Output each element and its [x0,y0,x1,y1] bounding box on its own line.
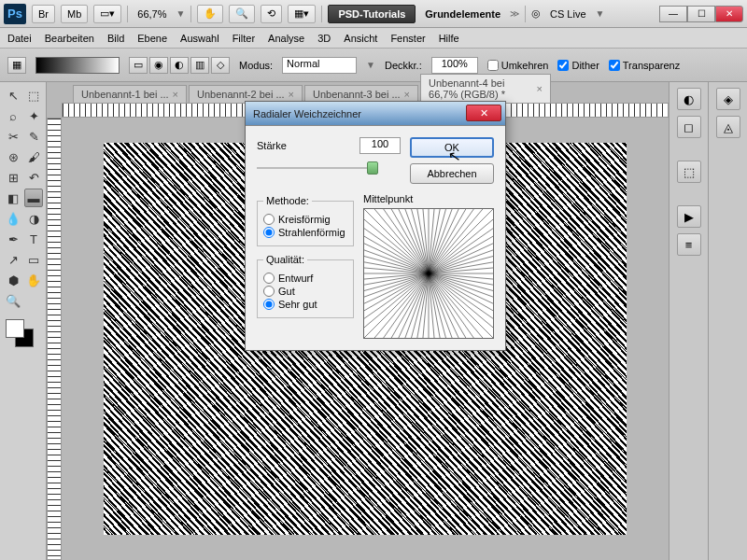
modus-select[interactable]: Normal [282,57,357,74]
svg-line-64 [429,215,493,273]
arrange-docs-button[interactable]: ▦▾ [288,5,316,23]
amount-slider[interactable] [257,160,378,176]
gradient-tool[interactable]: ▬ [24,189,43,207]
cslive-icon: ◎ [531,7,541,20]
menu-bearbeiten[interactable]: Bearbeiten [45,33,94,44]
reflected-gradient-icon[interactable]: ▥ [190,57,209,74]
svg-line-26 [370,273,429,338]
stamp-tool[interactable]: ⊞ [4,168,22,187]
svg-line-62 [429,209,487,273]
menu-hilfe[interactable]: Hilfe [439,33,459,44]
pen-tool[interactable]: ✒ [4,230,22,248]
radial-gradient-icon[interactable]: ◉ [149,57,168,74]
rotate-view-shortcut[interactable]: ⟲ [261,5,282,23]
3d-tool[interactable]: ⬢ [4,271,22,289]
amount-input[interactable]: 100 [359,137,401,154]
move-tool[interactable]: ↖ [4,86,22,105]
adjustments-panel-icon[interactable]: ◻ [677,116,701,138]
dialog-close-button[interactable]: ✕ [466,105,501,121]
eyedropper-tool[interactable]: ✎ [24,127,43,146]
zoom-tool-shortcut[interactable]: 🔍 [229,5,255,23]
opacity-input[interactable]: 100% [431,57,478,74]
linear-gradient-icon[interactable]: ▭ [129,57,148,74]
wand-tool[interactable]: ✦ [24,106,43,125]
toolbox: ↖ ⬚ ⌕ ✦ ✂ ✎ ⊛ 🖌 ⊞ ↶ ◧ ▬ 💧 ◑ ✒ T ↗ ▭ ⬢ ✋ … [0,82,47,560]
svg-line-44 [364,215,429,273]
menu-analyse[interactable]: Analyse [268,33,304,44]
modus-label: Modus: [239,60,273,71]
menu-auswahl[interactable]: Auswahl [180,33,219,44]
ok-button[interactable]: OK [410,137,494,158]
gradient-preview[interactable] [35,57,120,74]
menu-filter[interactable]: Filter [233,33,255,44]
tab-close-icon[interactable]: × [173,89,178,100]
swatches-panel-icon[interactable]: ◈ [716,88,740,110]
color-panel-icon[interactable]: ◐ [677,88,701,110]
tab-close-icon[interactable]: × [537,83,543,94]
quality-group: Qualität: Entwurf Gut Sehr gut [257,254,354,318]
color-swatches[interactable] [4,317,43,351]
menu-3d[interactable]: 3D [317,33,331,44]
quality-option-1[interactable]: Gut [263,286,347,297]
method-option-0[interactable]: Kreisförmig [263,214,347,225]
heal-tool[interactable]: ⊛ [4,147,22,166]
tool-preset-picker[interactable]: ▦ [7,57,26,74]
history-brush-tool[interactable]: ↶ [24,168,43,187]
quality-option-0[interactable]: Entwurf [263,273,347,284]
crop-tool[interactable]: ✂ [4,127,22,146]
dialog-title: Radialer Weichzeichner [253,108,361,119]
doctab-3[interactable]: Unbenannt-4 bei 66,7% (RGB/8) *× [420,74,551,103]
dither-checkbox[interactable]: Dither [557,60,599,71]
diamond-gradient-icon[interactable]: ◇ [211,57,230,74]
path-select-tool[interactable]: ↗ [4,250,22,269]
options-bar: ▦ ▭ ◉ ◐ ▥ ◇ Modus: Normal▼ Deckkr.: 100%… [0,49,747,82]
minibridge-button[interactable]: Mb [61,5,88,23]
menu-ebene[interactable]: Ebene [137,33,167,44]
zoom-tool[interactable]: 🔍 [4,291,22,310]
cancel-button[interactable]: Abbrechen [410,163,494,184]
actions-panel-icon[interactable]: ▶ [677,205,701,228]
workspace-name[interactable]: Grundelemente [421,8,504,20]
angle-gradient-icon[interactable]: ◐ [170,57,189,74]
tab-close-icon[interactable]: × [404,89,410,100]
transparency-checkbox[interactable]: Transparenz [609,60,680,71]
opacity-label: Deckkr.: [385,60,422,71]
history-panel-icon[interactable]: ≡ [677,233,701,256]
blur-tool[interactable]: 💧 [4,209,22,228]
reverse-checkbox[interactable]: Umkehren [487,60,549,71]
panel-dock-left: ◐ ◻ ⬚ ▶ ≡ [669,82,708,560]
ruler-vertical[interactable] [47,118,62,560]
styles-panel-icon[interactable]: ◬ [716,116,740,138]
zoom-display[interactable]: 66,7% [134,8,170,20]
marquee-tool[interactable]: ⬚ [24,86,43,105]
quality-option-2[interactable]: Sehr gut [263,299,347,310]
menu-bild[interactable]: Bild [107,33,124,44]
bridge-button[interactable]: Br [32,5,55,23]
svg-line-46 [370,209,429,273]
close-button[interactable]: ✕ [715,6,743,22]
brush-tool[interactable]: 🖌 [24,147,43,166]
doctab-0[interactable]: Unbenannt-1 bei ...× [73,85,187,103]
minimize-button[interactable]: — [659,6,687,22]
center-preview[interactable] [363,208,494,339]
menu-fenster[interactable]: Fenster [390,33,425,44]
type-tool[interactable]: T [24,230,43,248]
hand-tool[interactable]: ✋ [24,271,43,289]
dialog-titlebar[interactable]: Radialer Weichzeichner ✕ [246,102,505,126]
tab-close-icon[interactable]: × [289,89,294,100]
shape-tool[interactable]: ▭ [24,250,43,269]
method-option-1[interactable]: Strahlenförmig [263,227,347,238]
svg-line-10 [429,273,487,338]
screen-mode-button[interactable]: ▭▾ [93,5,121,23]
maximize-button[interactable]: ☐ [687,6,715,22]
cslive-button[interactable]: CS Live [546,8,590,20]
svg-line-28 [364,273,429,332]
hand-tool-shortcut[interactable]: ✋ [197,5,223,23]
layers-panel-icon[interactable]: ⬚ [677,161,701,183]
lasso-tool[interactable]: ⌕ [4,106,22,125]
eraser-tool[interactable]: ◧ [4,189,22,207]
menu-datei[interactable]: Datei [7,33,32,44]
workspace-brand[interactable]: PSD-Tutorials [328,5,416,23]
menu-ansicht[interactable]: Ansicht [344,33,377,44]
dodge-tool[interactable]: ◑ [24,209,43,228]
